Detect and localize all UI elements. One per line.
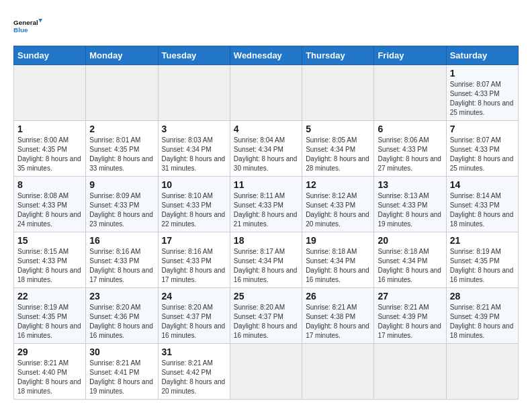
day-number: 27 <box>378 291 442 302</box>
day-number: 30 <box>89 347 154 357</box>
day-number: 17 <box>162 235 226 246</box>
day-cell <box>374 344 446 400</box>
day-info: Sunrise: 8:16 AM Sunset: 4:33 PM Dayligh… <box>89 247 154 285</box>
col-header-sunday: Sunday <box>14 46 86 65</box>
col-header-saturday: Saturday <box>446 46 518 65</box>
day-cell: 6 Sunrise: 8:06 AM Sunset: 4:33 PM Dayli… <box>374 121 446 177</box>
day-info: Sunrise: 8:14 AM Sunset: 4:33 PM Dayligh… <box>450 191 515 229</box>
day-number: 29 <box>17 347 82 357</box>
day-number: 20 <box>378 235 442 246</box>
day-info: Sunrise: 8:20 AM Sunset: 4:37 PM Dayligh… <box>162 303 226 340</box>
day-number: 9 <box>89 179 154 190</box>
day-cell: 31 Sunrise: 8:21 AM Sunset: 4:42 PM Dayl… <box>158 344 230 400</box>
day-number: 5 <box>306 124 370 134</box>
day-info: Sunrise: 8:19 AM Sunset: 4:35 PM Dayligh… <box>450 247 515 285</box>
day-cell <box>446 344 518 400</box>
day-info: Sunrise: 8:08 AM Sunset: 4:33 PM Dayligh… <box>17 191 82 229</box>
day-info: Sunrise: 8:21 AM Sunset: 4:42 PM Dayligh… <box>162 359 226 396</box>
day-info: Sunrise: 8:21 AM Sunset: 4:38 PM Dayligh… <box>306 303 370 340</box>
day-cell: 12 Sunrise: 8:12 AM Sunset: 4:33 PM Dayl… <box>302 177 374 232</box>
day-cell: 10 Sunrise: 8:10 AM Sunset: 4:33 PM Dayl… <box>158 177 230 232</box>
day-cell: 7 Sunrise: 8:07 AM Sunset: 4:33 PM Dayli… <box>446 121 518 177</box>
day-info: Sunrise: 8:18 AM Sunset: 4:34 PM Dayligh… <box>378 247 442 285</box>
day-info: Sunrise: 8:21 AM Sunset: 4:39 PM Dayligh… <box>450 303 515 340</box>
day-cell <box>302 65 374 121</box>
day-number: 16 <box>89 235 154 246</box>
day-cell: 29 Sunrise: 8:21 AM Sunset: 4:40 PM Dayl… <box>14 344 86 400</box>
day-info: Sunrise: 8:06 AM Sunset: 4:33 PM Dayligh… <box>378 136 442 173</box>
day-info: Sunrise: 8:11 AM Sunset: 4:33 PM Dayligh… <box>234 191 298 229</box>
day-cell: 3 Sunrise: 8:03 AM Sunset: 4:34 PM Dayli… <box>158 121 230 177</box>
day-cell <box>374 65 446 121</box>
day-cell <box>86 65 158 121</box>
day-number: 2 <box>89 124 154 134</box>
day-info: Sunrise: 8:17 AM Sunset: 4:34 PM Dayligh… <box>234 247 298 285</box>
day-cell: 9 Sunrise: 8:09 AM Sunset: 4:33 PM Dayli… <box>86 177 158 232</box>
day-cell <box>230 344 302 400</box>
day-number: 22 <box>17 291 82 302</box>
day-info: Sunrise: 8:20 AM Sunset: 4:37 PM Dayligh… <box>234 303 298 340</box>
day-info: Sunrise: 8:21 AM Sunset: 4:39 PM Dayligh… <box>378 303 442 340</box>
day-cell: 27 Sunrise: 8:21 AM Sunset: 4:39 PM Dayl… <box>374 288 446 344</box>
day-info: Sunrise: 8:07 AM Sunset: 4:33 PM Dayligh… <box>450 136 515 173</box>
day-number: 15 <box>17 235 82 246</box>
day-info: Sunrise: 8:16 AM Sunset: 4:33 PM Dayligh… <box>162 247 226 285</box>
day-cell <box>230 65 302 121</box>
week-row-4: 22 Sunrise: 8:19 AM Sunset: 4:35 PM Dayl… <box>14 288 519 344</box>
day-number: 3 <box>162 124 226 134</box>
day-cell: 20 Sunrise: 8:18 AM Sunset: 4:34 PM Dayl… <box>374 232 446 288</box>
day-number: 10 <box>162 179 226 190</box>
day-number: 4 <box>234 124 298 134</box>
day-cell: 15 Sunrise: 8:15 AM Sunset: 4:33 PM Dayl… <box>14 232 86 288</box>
page-header: General Blue <box>13 11 519 40</box>
day-cell: 24 Sunrise: 8:20 AM Sunset: 4:37 PM Dayl… <box>158 288 230 344</box>
day-info: Sunrise: 8:18 AM Sunset: 4:34 PM Dayligh… <box>306 247 370 285</box>
day-number: 26 <box>306 291 370 302</box>
col-header-monday: Monday <box>86 46 158 65</box>
day-cell <box>14 65 86 121</box>
day-cell: 1 Sunrise: 8:07 AM Sunset: 4:33 PM Dayli… <box>446 65 518 121</box>
week-row-3: 15 Sunrise: 8:15 AM Sunset: 4:33 PM Dayl… <box>14 232 519 288</box>
day-info: Sunrise: 8:07 AM Sunset: 4:33 PM Dayligh… <box>450 80 515 118</box>
day-number: 7 <box>450 124 515 134</box>
calendar-table: SundayMondayTuesdayWednesdayThursdayFrid… <box>13 46 519 400</box>
day-cell: 21 Sunrise: 8:19 AM Sunset: 4:35 PM Dayl… <box>446 232 518 288</box>
day-info: Sunrise: 8:19 AM Sunset: 4:35 PM Dayligh… <box>17 303 82 340</box>
day-number: 11 <box>234 179 298 190</box>
day-cell: 23 Sunrise: 8:20 AM Sunset: 4:36 PM Dayl… <box>86 288 158 344</box>
day-number: 21 <box>450 235 515 246</box>
day-number: 8 <box>17 179 82 190</box>
day-number: 12 <box>306 179 370 190</box>
week-row-0: 1 Sunrise: 8:07 AM Sunset: 4:33 PM Dayli… <box>14 65 519 121</box>
day-cell: 30 Sunrise: 8:21 AM Sunset: 4:41 PM Dayl… <box>86 344 158 400</box>
day-cell: 5 Sunrise: 8:05 AM Sunset: 4:34 PM Dayli… <box>302 121 374 177</box>
day-number: 6 <box>378 124 442 134</box>
day-cell: 4 Sunrise: 8:04 AM Sunset: 4:34 PM Dayli… <box>230 121 302 177</box>
col-header-friday: Friday <box>374 46 446 65</box>
col-header-tuesday: Tuesday <box>158 46 230 65</box>
col-header-thursday: Thursday <box>302 46 374 65</box>
week-row-1: 1 Sunrise: 8:00 AM Sunset: 4:35 PM Dayli… <box>14 121 519 177</box>
day-info: Sunrise: 8:21 AM Sunset: 4:40 PM Dayligh… <box>17 359 82 396</box>
col-header-wednesday: Wednesday <box>230 46 302 65</box>
day-cell: 17 Sunrise: 8:16 AM Sunset: 4:33 PM Dayl… <box>158 232 230 288</box>
day-cell: 26 Sunrise: 8:21 AM Sunset: 4:38 PM Dayl… <box>302 288 374 344</box>
day-info: Sunrise: 8:01 AM Sunset: 4:35 PM Dayligh… <box>89 136 154 173</box>
day-number: 24 <box>162 291 226 302</box>
week-row-2: 8 Sunrise: 8:08 AM Sunset: 4:33 PM Dayli… <box>14 177 519 232</box>
day-info: Sunrise: 8:15 AM Sunset: 4:33 PM Dayligh… <box>17 247 82 285</box>
day-info: Sunrise: 8:12 AM Sunset: 4:33 PM Dayligh… <box>306 191 370 229</box>
day-cell: 18 Sunrise: 8:17 AM Sunset: 4:34 PM Dayl… <box>230 232 302 288</box>
day-cell: 22 Sunrise: 8:19 AM Sunset: 4:35 PM Dayl… <box>14 288 86 344</box>
day-number: 18 <box>234 235 298 246</box>
day-info: Sunrise: 8:13 AM Sunset: 4:33 PM Dayligh… <box>378 191 442 229</box>
day-info: Sunrise: 8:10 AM Sunset: 4:33 PM Dayligh… <box>162 191 226 229</box>
day-info: Sunrise: 8:03 AM Sunset: 4:34 PM Dayligh… <box>162 136 226 173</box>
day-cell: 8 Sunrise: 8:08 AM Sunset: 4:33 PM Dayli… <box>14 177 86 232</box>
day-cell: 25 Sunrise: 8:20 AM Sunset: 4:37 PM Dayl… <box>230 288 302 344</box>
day-number: 19 <box>306 235 370 246</box>
day-info: Sunrise: 8:05 AM Sunset: 4:34 PM Dayligh… <box>306 136 370 173</box>
week-row-5: 29 Sunrise: 8:21 AM Sunset: 4:40 PM Dayl… <box>14 344 519 400</box>
day-number: 28 <box>450 291 515 302</box>
day-number: 13 <box>378 179 442 190</box>
